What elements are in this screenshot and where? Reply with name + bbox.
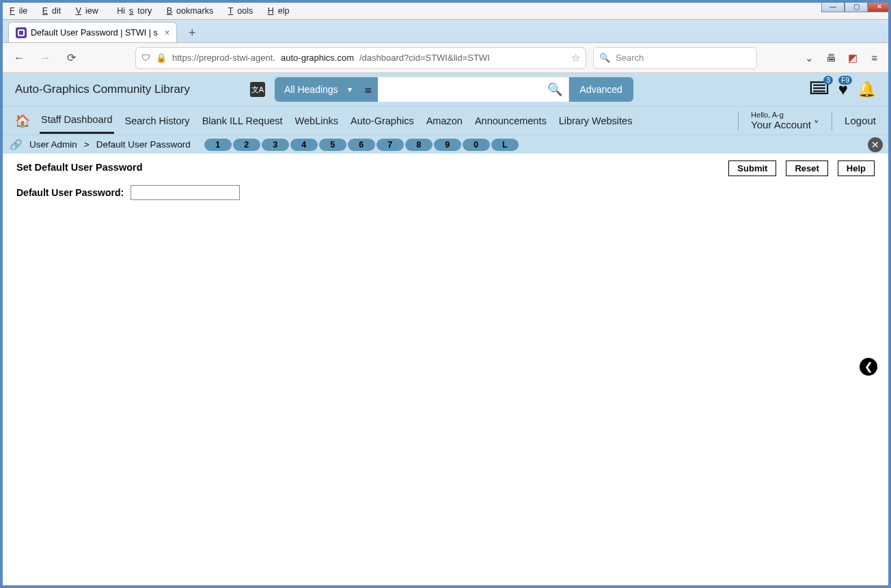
search-placeholder: Search bbox=[616, 53, 644, 63]
pill-0[interactable]: 0 bbox=[463, 139, 490, 151]
menu-bookmarks[interactable]: Bookmarks bbox=[163, 3, 222, 18]
pill-l[interactable]: L bbox=[491, 139, 519, 151]
hello-text: Hello, A-g bbox=[751, 111, 819, 119]
breadcrumb-row: 🔗 User Admin > Default User Password 1 2… bbox=[3, 135, 888, 154]
close-panel-icon[interactable]: ✕ bbox=[868, 137, 883, 152]
main-content: Submit Reset Help Set Default User Passw… bbox=[3, 154, 888, 563]
reset-button[interactable]: Reset bbox=[786, 160, 827, 176]
submit-button[interactable]: Submit bbox=[728, 160, 776, 176]
menu-tools[interactable]: Tools bbox=[224, 3, 262, 18]
browser-search-box[interactable]: 🔍 Search bbox=[593, 47, 757, 69]
pocket-icon[interactable]: ⌄ bbox=[802, 51, 816, 65]
pill-8[interactable]: 8 bbox=[405, 139, 433, 151]
hamburger-menu-icon[interactable]: ≡ bbox=[868, 51, 881, 65]
nav-weblinks[interactable]: WebLinks bbox=[294, 109, 340, 133]
search-icon: 🔍 bbox=[599, 53, 610, 63]
site-title: Auto-Graphics Community Library bbox=[15, 83, 241, 96]
tab-title: Default User Password | STWI | s bbox=[31, 28, 158, 38]
url-toolbar: ← → ⟳ 🛡 🔒 https://preprod-stwi-agent.aut… bbox=[3, 43, 888, 73]
pill-2[interactable]: 2 bbox=[233, 139, 260, 151]
window-maximize-button[interactable]: ▢ bbox=[845, 0, 868, 12]
tab-favicon-icon bbox=[16, 27, 27, 38]
home-icon[interactable]: 🏠 bbox=[15, 113, 30, 128]
pill-5[interactable]: 5 bbox=[319, 139, 346, 151]
menu-view[interactable]: View bbox=[72, 3, 107, 18]
forward-button[interactable]: → bbox=[36, 48, 55, 68]
window-close-button[interactable]: ✕ bbox=[868, 0, 891, 12]
nav-search-history[interactable]: Search History bbox=[124, 109, 191, 133]
site-search-panel: All Headings ≣ 🔍 Advanced bbox=[275, 77, 633, 102]
your-account-dropdown[interactable]: Your Account ˅ bbox=[751, 119, 819, 131]
tab-strip: Default User Password | STWI | s × + bbox=[3, 20, 888, 43]
search-scope-select[interactable]: All Headings bbox=[275, 77, 359, 102]
nav-auto-graphics[interactable]: Auto-Graphics bbox=[349, 109, 415, 133]
password-label: Default User Password: bbox=[16, 187, 124, 198]
print-icon[interactable]: 🖶 bbox=[824, 51, 838, 65]
menu-edit[interactable]: Edit bbox=[38, 3, 70, 18]
bookmark-star-icon[interactable]: ☆ bbox=[571, 52, 580, 64]
pill-4[interactable]: 4 bbox=[290, 139, 318, 151]
nav-announcements[interactable]: Announcements bbox=[474, 109, 548, 133]
url-prefix: https://preprod-stwi-agent. bbox=[172, 53, 275, 63]
help-button[interactable]: Help bbox=[838, 160, 875, 176]
pill-7[interactable]: 7 bbox=[376, 139, 404, 151]
logout-link[interactable]: Logout bbox=[845, 115, 876, 126]
window-controls: — ▢ ✕ bbox=[821, 0, 891, 12]
site-header: Auto-Graphics Community Library 文A All H… bbox=[3, 73, 888, 106]
advanced-search-button[interactable]: Advanced bbox=[569, 77, 633, 102]
url-path: /dashboard?cid=STWI&lid=STWI bbox=[359, 53, 490, 63]
back-button[interactable]: ← bbox=[10, 48, 29, 68]
link-icon: 🔗 bbox=[10, 139, 23, 151]
pill-3[interactable]: 3 bbox=[262, 139, 289, 151]
lock-icon: 🔒 bbox=[156, 53, 167, 63]
new-tab-button[interactable]: + bbox=[182, 23, 202, 42]
expand-sidebar-icon[interactable]: ❮ bbox=[860, 358, 877, 376]
extension-icon[interactable]: ◩ bbox=[846, 51, 860, 65]
lists-badge: 3 bbox=[823, 76, 833, 85]
nav-library-websites[interactable]: Library Websites bbox=[558, 109, 634, 133]
browser-menu: File Edit View History Bookmarks Tools H… bbox=[3, 3, 888, 20]
nav-staff-dashboard[interactable]: Staff Dashboard bbox=[40, 107, 114, 134]
site-search-input[interactable] bbox=[378, 77, 542, 102]
window-minimize-button[interactable]: — bbox=[821, 0, 845, 12]
menu-history[interactable]: History bbox=[109, 3, 160, 18]
address-bar[interactable]: 🛡 🔒 https://preprod-stwi-agent.auto-grap… bbox=[135, 47, 586, 69]
breadcrumb-section[interactable]: User Admin bbox=[29, 139, 77, 150]
tab-close-icon[interactable]: × bbox=[165, 27, 170, 38]
site-nav: 🏠 Staff Dashboard Search History Blank I… bbox=[3, 106, 888, 135]
breadcrumb-page[interactable]: Default User Password bbox=[96, 139, 191, 150]
nav-amazon[interactable]: Amazon bbox=[425, 109, 464, 133]
menu-file[interactable]: File bbox=[5, 3, 36, 18]
favorites-icon[interactable]: ♥F9 bbox=[838, 80, 848, 99]
menu-help[interactable]: Help bbox=[264, 3, 298, 18]
pill-1[interactable]: 1 bbox=[204, 139, 232, 151]
favorites-badge: F9 bbox=[838, 76, 852, 85]
quick-pills: 1 2 3 4 5 6 7 8 9 0 L bbox=[204, 139, 519, 151]
reload-button[interactable]: ⟳ bbox=[61, 48, 81, 68]
lists-icon[interactable]: 3 bbox=[810, 80, 829, 99]
default-user-password-input[interactable] bbox=[131, 185, 240, 200]
pill-6[interactable]: 6 bbox=[348, 139, 375, 151]
pill-9[interactable]: 9 bbox=[434, 139, 461, 151]
nav-blank-ill-request[interactable]: Blank ILL Request bbox=[201, 109, 284, 133]
database-icon[interactable]: ≣ bbox=[359, 77, 378, 102]
notifications-icon[interactable]: 🔔 bbox=[858, 81, 876, 98]
language-icon[interactable]: 文A bbox=[250, 82, 265, 97]
browser-tab[interactable]: Default User Password | STWI | s × bbox=[8, 22, 177, 42]
url-host: auto-graphics.com bbox=[281, 53, 354, 63]
shield-icon: 🛡 bbox=[141, 53, 150, 63]
site-search-button[interactable]: 🔍 bbox=[542, 77, 569, 102]
